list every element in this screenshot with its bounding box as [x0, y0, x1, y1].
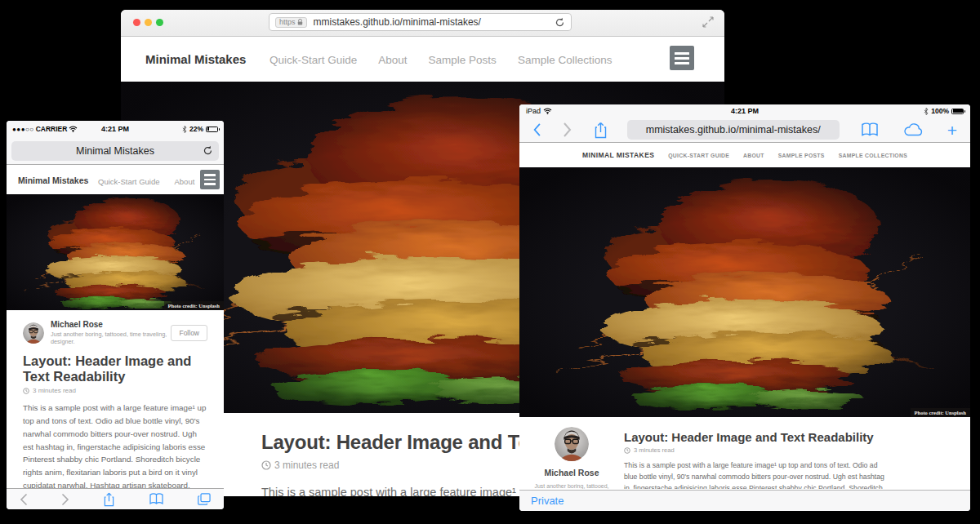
- iphone-status-bar: ●●●○○ CARRIER 4:21 PM 22%: [7, 121, 224, 137]
- cloud-icon[interactable]: [903, 123, 923, 136]
- private-browsing-bar: Private: [519, 490, 970, 511]
- ipad-article: Michael Rose Just another boring, tattoo…: [519, 417, 970, 489]
- read-time-text: 3 minutes read: [634, 446, 675, 454]
- iphone-site-navbar: Minimal Mistakes Quick-Start Guide About: [7, 165, 224, 194]
- https-badge: https: [275, 17, 307, 28]
- address-bar[interactable]: Minimal Mistakes: [11, 141, 219, 161]
- iphone-safari-toolbar: [7, 488, 224, 509]
- site-brand-link[interactable]: Minimal Mistakes: [145, 52, 246, 66]
- autumn-leaves-photo: [7, 194, 224, 310]
- read-time-text: 3 minutes read: [33, 387, 76, 394]
- site-brand-link[interactable]: MINIMAL MISTAKES: [582, 151, 654, 159]
- zoom-window-icon[interactable]: [156, 19, 163, 26]
- lock-icon: [297, 19, 303, 25]
- nav-sample-collections[interactable]: Sample Collections: [518, 54, 612, 66]
- site-brand-link[interactable]: Minimal Mistakes: [18, 175, 88, 185]
- author-name: Michael Rose: [51, 320, 171, 329]
- ipad-safari-toolbar: mmistakes.github.io/minimal-mistakes/ +: [519, 118, 970, 143]
- nav-quick-start-guide[interactable]: Quick-Start Guide: [98, 177, 160, 186]
- back-icon[interactable]: [532, 122, 541, 138]
- back-icon[interactable]: [20, 493, 28, 506]
- share-icon[interactable]: [594, 122, 608, 139]
- new-tab-icon[interactable]: +: [947, 122, 957, 139]
- nav-quick-start-guide[interactable]: Quick-Start Guide: [270, 54, 357, 66]
- bookmarks-icon[interactable]: [149, 493, 164, 505]
- iphone-safari-window: ●●●○○ CARRIER 4:21 PM 22% Minimal Mistak…: [7, 121, 224, 509]
- reload-icon[interactable]: [555, 17, 565, 28]
- url-text: mmistakes.github.io/minimal-mistakes/: [314, 16, 481, 28]
- bluetooth-icon: [182, 126, 187, 133]
- article-title: Layout: Header Image and Text Readabilit…: [624, 430, 887, 444]
- author-name: Michael Rose: [519, 468, 624, 477]
- article-paragraph-1: This is a sample post with a large featu…: [23, 402, 207, 488]
- desktop-nav-list: Quick-Start Guide About Sample Posts Sam…: [270, 54, 612, 66]
- iphone-article: Michael Rose Just another boring, tattoo…: [7, 310, 224, 488]
- hamburger-menu-icon[interactable]: [670, 46, 694, 70]
- nav-about[interactable]: About: [175, 177, 195, 186]
- address-bar[interactable]: mmistakes.github.io/minimal-mistakes/: [627, 120, 840, 140]
- read-time-text: 3 minutes read: [274, 460, 339, 471]
- iphone-url-row: Minimal Mistakes: [7, 137, 224, 165]
- status-time: 4:21 PM: [519, 107, 970, 115]
- nav-sample-posts[interactable]: SAMPLE POSTS: [778, 153, 825, 158]
- private-toggle[interactable]: Private: [531, 495, 564, 507]
- iphone-hero-image: Photo credit: Unsplash: [7, 194, 224, 310]
- read-time-meta: 3 minutes read: [23, 387, 207, 394]
- forward-icon[interactable]: [563, 122, 572, 138]
- ipad-hero-image: Photo credit: Unsplash: [519, 167, 970, 417]
- clock-icon: [261, 460, 271, 470]
- article-paragraph: This is a sample post with a large featu…: [624, 460, 887, 489]
- desktop-site-navbar: Minimal Mistakes Quick-Start Guide About…: [121, 37, 724, 82]
- battery-icon: [206, 127, 218, 132]
- follow-button[interactable]: Follow: [171, 325, 207, 341]
- ipad-site-navbar: MINIMAL MISTAKES QUICK-START GUIDE ABOUT…: [519, 143, 970, 167]
- battery-icon: [951, 109, 964, 114]
- bluetooth-icon: [924, 108, 929, 115]
- nav-quick-start-guide[interactable]: QUICK-START GUIDE: [668, 153, 729, 158]
- author-avatar: [23, 322, 44, 344]
- author-bio: Just another boring, tattooed,: [519, 483, 624, 489]
- battery-percent: 100%: [931, 107, 949, 115]
- nav-sample-posts[interactable]: Sample Posts: [429, 54, 497, 66]
- read-time-meta: 3 minutes read: [624, 446, 887, 454]
- battery-percent: 22%: [189, 125, 203, 133]
- share-icon[interactable]: [103, 492, 115, 507]
- article-title: Layout: Header Image and Text Readabilit…: [23, 353, 207, 384]
- https-label: https: [279, 19, 296, 26]
- tabs-icon[interactable]: [198, 493, 211, 505]
- clock-icon: [23, 388, 29, 394]
- hamburger-menu-icon[interactable]: [200, 170, 220, 189]
- desktop-browser-chrome: https mmistakes.github.io/minimal-mistak…: [121, 10, 724, 37]
- clock-icon: [624, 447, 630, 454]
- photo-credit-badge: Photo credit: Unsplash: [911, 408, 970, 417]
- ipad-status-bar: iPad 4:21 PM 100%: [519, 104, 970, 118]
- minimize-window-icon[interactable]: [145, 19, 152, 26]
- author-sidebar: Michael Rose Just another boring, tattoo…: [519, 417, 624, 489]
- photo-credit-badge: Photo credit: Unsplash: [164, 301, 224, 310]
- iphone-nav-list: Quick-Start Guide About: [98, 177, 194, 186]
- reader-icon[interactable]: [861, 122, 879, 137]
- close-window-icon[interactable]: [133, 19, 140, 26]
- address-bar[interactable]: https mmistakes.github.io/minimal-mistak…: [269, 13, 572, 31]
- expand-icon[interactable]: [702, 16, 714, 28]
- reload-icon[interactable]: [203, 145, 213, 156]
- url-text: mmistakes.github.io/minimal-mistakes/: [646, 124, 821, 135]
- nav-about[interactable]: ABOUT: [743, 153, 764, 158]
- author-bio: Just another boring, tattooed, time trav…: [51, 331, 171, 345]
- author-avatar: [555, 427, 589, 461]
- author-row: Michael Rose Just another boring, tattoo…: [23, 320, 207, 345]
- autumn-leaves-photo: [519, 167, 970, 417]
- nav-about[interactable]: About: [378, 54, 407, 66]
- ipad-safari-window: iPad 4:21 PM 100% mmistakes.github.io/mi…: [519, 104, 970, 511]
- forward-icon[interactable]: [61, 493, 69, 506]
- nav-sample-collections[interactable]: SAMPLE COLLECTIONS: [839, 153, 907, 158]
- url-title-text: Minimal Mistakes: [76, 145, 154, 157]
